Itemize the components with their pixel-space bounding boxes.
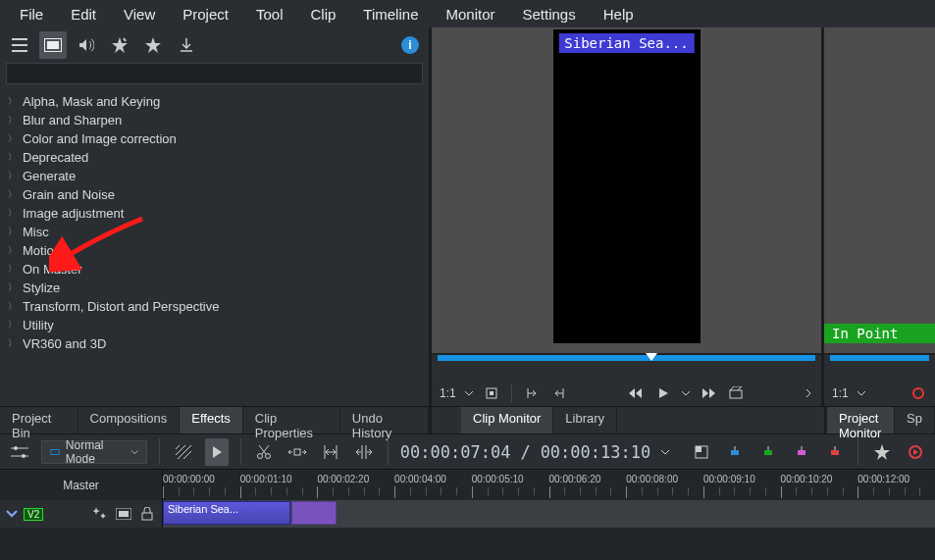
effects-cat-deprecated[interactable]: 〉Deprecated [8, 148, 421, 167]
switch-fullscreen-icon[interactable] [482, 383, 501, 403]
tag-red-icon[interactable] [823, 438, 847, 466]
set-in-icon[interactable] [522, 383, 542, 403]
playhead-caret-icon[interactable] [646, 353, 657, 361]
effects-cat-utility[interactable]: 〉Utility [8, 316, 421, 334]
track-settings-icon[interactable] [8, 438, 31, 466]
edit-mode-icon[interactable] [726, 383, 746, 403]
chevron-down-icon[interactable] [857, 388, 866, 398]
menu-edit[interactable]: Edit [61, 4, 106, 25]
effects-gputag-icon[interactable] [106, 31, 133, 59]
effects-download-icon[interactable] [173, 31, 200, 59]
tab-speed[interactable]: Sp [895, 407, 935, 433]
forward-icon[interactable] [699, 383, 718, 403]
panel-tabs-row: Project Bin Compositions Effects Clip Pr… [0, 406, 935, 433]
menu-help[interactable]: Help [594, 4, 644, 25]
effects-cat-blur[interactable]: 〉Blur and Sharpen [8, 111, 421, 129]
effects-favorite-icon[interactable] [139, 31, 167, 59]
zoom-label[interactable]: 1:1 [440, 386, 456, 400]
ruler-minor-tick [765, 487, 766, 495]
track-effects-icon[interactable] [91, 505, 109, 523]
tab-effects[interactable]: Effects [180, 407, 243, 433]
ruler-tick: 00:00:04:00 [394, 474, 446, 484]
play-icon[interactable] [653, 383, 673, 403]
effects-audio-icon[interactable] [73, 31, 100, 59]
effects-cat-onmaster[interactable]: 〉On Master [8, 260, 421, 279]
ruler-minor-tick [441, 487, 442, 495]
project-zone-bar[interactable] [830, 355, 929, 361]
track-body[interactable]: Siberian Sea... [163, 500, 935, 528]
effects-cat-grain[interactable]: 〉Grain and Noise [8, 185, 421, 204]
tag-pink-icon[interactable] [790, 438, 813, 466]
zoom-label[interactable]: 1:1 [832, 386, 849, 400]
effects-main-icon[interactable] [39, 31, 67, 59]
effects-cat-stylize[interactable]: 〉Stylize [8, 279, 421, 297]
chevron-down-icon[interactable] [464, 388, 474, 398]
favorite-icon[interactable] [870, 438, 894, 466]
effects-cat-misc[interactable]: 〉Misc [8, 223, 421, 241]
tab-compositions[interactable]: Compositions [78, 407, 181, 433]
project-scrubber[interactable] [824, 353, 935, 381]
info-icon[interactable]: i [401, 36, 419, 54]
effects-cat-color[interactable]: 〉Color and Image correction [8, 129, 421, 148]
menu-file[interactable]: File [10, 4, 53, 25]
menu-project[interactable]: Project [173, 4, 238, 25]
chevron-right-icon[interactable] [804, 388, 813, 398]
svg-rect-17 [831, 450, 839, 455]
menu-monitor[interactable]: Monitor [436, 4, 504, 25]
effects-search-input[interactable] [6, 63, 423, 84]
track-lock-icon[interactable] [138, 505, 156, 523]
menu-clip[interactable]: Clip [301, 4, 346, 25]
set-out-icon[interactable] [549, 383, 569, 403]
effects-cat-imgadj[interactable]: 〉Image adjustment [8, 204, 421, 223]
tool-ripple-out-icon[interactable] [352, 438, 376, 466]
tag-green-icon[interactable] [756, 438, 780, 466]
menu-view[interactable]: View [114, 4, 165, 25]
tab-project-bin[interactable]: Project Bin [0, 407, 78, 433]
effects-sequence-icon[interactable] [6, 31, 33, 59]
tab-clip-monitor[interactable]: Clip Monitor [461, 407, 553, 433]
menu-timeline[interactable]: Timeline [353, 4, 428, 25]
tool-ripple-in-icon[interactable] [319, 438, 342, 466]
timeline-clip-audio[interactable] [291, 501, 337, 525]
effects-cat-generate[interactable]: 〉Generate [8, 167, 421, 185]
track-v2-chip[interactable]: V2 [24, 508, 43, 521]
effects-cat-alpha[interactable]: 〉Alpha, Mask and Keying [8, 92, 421, 111]
effects-cat-transform[interactable]: 〉Transform, Distort and Perspective [8, 297, 421, 316]
tool-compositing-icon[interactable] [172, 438, 195, 466]
tab-undo-history[interactable]: Undo History [340, 407, 429, 433]
clip-title-overlay: Siberian Sea... [558, 33, 694, 53]
tool-spacer-icon[interactable] [286, 438, 309, 466]
clip-monitor-view[interactable]: Siberian Sea... [432, 27, 821, 353]
clip-scrubber[interactable] [432, 353, 821, 381]
timeline-clip[interactable]: Siberian Sea... [163, 501, 290, 525]
chevron-down-icon[interactable] [660, 447, 670, 457]
ruler-minor-tick [379, 487, 380, 495]
tab-clip-properties[interactable]: Clip Properties [243, 407, 340, 433]
tag-blue-icon[interactable] [723, 438, 747, 466]
ruler-tick: 00:00:05:10 [472, 474, 524, 484]
edit-mode-select[interactable]: Normal Mode [41, 440, 147, 464]
timecode-position[interactable]: 00:00:07:04 [400, 442, 511, 462]
effects-cat-motion[interactable]: 〉Motion [8, 241, 421, 260]
clip-zone-bar[interactable] [438, 355, 815, 361]
ruler-minor-tick [225, 487, 226, 495]
track-visibility-icon[interactable] [115, 505, 132, 523]
master-track-header[interactable]: Master [0, 470, 163, 500]
menu-settings[interactable]: Settings [513, 4, 586, 25]
rewind-icon[interactable] [626, 383, 646, 403]
timeline-ruler[interactable]: 00:00:00:0000:00:01:1000:00:02:2000:00:0… [163, 470, 935, 500]
track-v2-header[interactable]: V2 [0, 500, 163, 528]
record-icon[interactable] [909, 384, 927, 402]
tool-select-icon[interactable] [205, 438, 229, 466]
chevron-down-icon[interactable] [681, 388, 691, 398]
menu-tool[interactable]: Tool [246, 4, 293, 25]
render-icon[interactable] [904, 438, 927, 466]
ruler-minor-tick [534, 487, 535, 495]
chevron-down-icon[interactable] [6, 509, 18, 519]
tab-library[interactable]: Library [553, 407, 617, 433]
mix-audio-icon[interactable] [690, 438, 713, 466]
tool-razor-icon[interactable] [253, 438, 277, 466]
effects-cat-label: Color and Image correction [23, 131, 177, 146]
tab-project-monitor[interactable]: Project Monitor [827, 407, 895, 433]
effects-cat-vr360[interactable]: 〉VR360 and 3D [8, 334, 421, 353]
